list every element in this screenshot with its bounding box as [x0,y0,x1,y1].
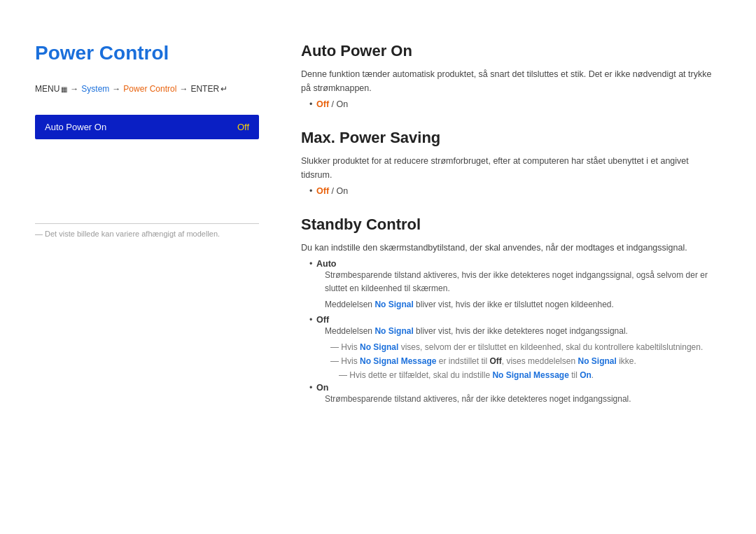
on-label: On [316,383,328,393]
auto-signal-desc: Meddelelsen No Signal bliver vist, hvis … [325,298,721,311]
auto-power-on-options: Off / On [301,99,721,109]
no-signal-label2: No Signal [374,326,413,336]
left-column: Power Control MENU ▦ → System → Power Co… [35,42,259,426]
off-sub1: Hvis No Signal vises, selvom der er tils… [330,341,721,353]
right-column: Auto Power On Denne funktion tænder auto… [301,42,721,426]
off-label: Off [316,186,329,196]
breadcrumb-system: System [81,84,109,94]
breadcrumb-enter: ENTER [190,84,219,94]
breadcrumb-menu: MENU [35,84,59,94]
section-standby-control: Standby Control Du kan indstille den skæ… [301,216,721,406]
standby-off-item: Off Meddelelsen No Signal bliver vist, h… [309,315,721,381]
image-note: ― Det viste billede kan variere afhængig… [35,230,259,238]
no-signal-label4: No Signal [578,356,616,366]
no-signal-label3: No Signal [360,342,398,352]
menu-item-auto-power-on[interactable]: Auto Power On Off [35,115,259,139]
breadcrumb-menu-icon: ▦ [61,85,67,93]
standby-control-title: Standby Control [301,216,721,234]
breadcrumb: MENU ▦ → System → Power Control → ENTER … [35,84,259,94]
breadcrumb-arrow1: → [70,84,78,94]
max-power-saving-title: Max. Power Saving [301,129,721,147]
no-signal-label: No Signal [374,300,413,309]
standby-on-item: On Strømbesparende tilstand aktiveres, n… [309,383,721,406]
no-signal-message-label: No Signal Message [360,356,436,366]
standby-options-list: Auto Strømbesparende tilstand aktiveres,… [301,259,721,406]
left-divider [35,223,259,224]
list-item: Off / On [309,186,721,196]
auto-power-on-title: Auto Power On [301,42,721,60]
no-signal-message-label2: No Signal Message [492,370,568,380]
section-max-power-saving: Max. Power Saving Slukker produktet for … [301,129,721,196]
breadcrumb-arrow3: → [179,84,188,94]
breadcrumb-power-control: Power Control [123,84,176,94]
on-value: On [580,370,592,380]
auto-desc: Strømbesparende tilstand aktiveres, hvis… [325,269,721,295]
menu-item-label: Auto Power On [45,122,106,132]
standby-control-desc: Du kan indstille den skærmstandbytilstan… [301,241,721,255]
off-sub2: Hvis No Signal Message er indstillet til… [330,355,721,367]
auto-power-on-desc: Denne funktion tænder automatisk produkt… [301,67,721,95]
off-label: Off [316,315,329,325]
section-auto-power-on: Auto Power On Denne funktion tænder auto… [301,42,721,109]
off-label: Off [316,99,329,109]
breadcrumb-enter-icon: ↵ [220,84,227,94]
page-title: Power Control [35,42,259,64]
off-value: Off [489,356,501,366]
off-desc1: Meddelelsen No Signal bliver vist, hvis … [325,325,721,338]
max-power-saving-options: Off / On [301,186,721,196]
standby-auto-item: Auto Strømbesparende tilstand aktiveres,… [309,259,721,312]
off-sub3: Hvis dette er tilfældet, skal du indstil… [339,369,721,381]
on-desc: Strømbesparende tilstand aktiveres, når … [325,393,721,406]
list-item: Off / On [309,99,721,109]
max-power-saving-desc: Slukker produktet for at reducere strømf… [301,154,721,182]
menu-item-value: Off [237,122,249,132]
auto-label: Auto [316,259,336,269]
breadcrumb-arrow2: → [112,84,120,94]
